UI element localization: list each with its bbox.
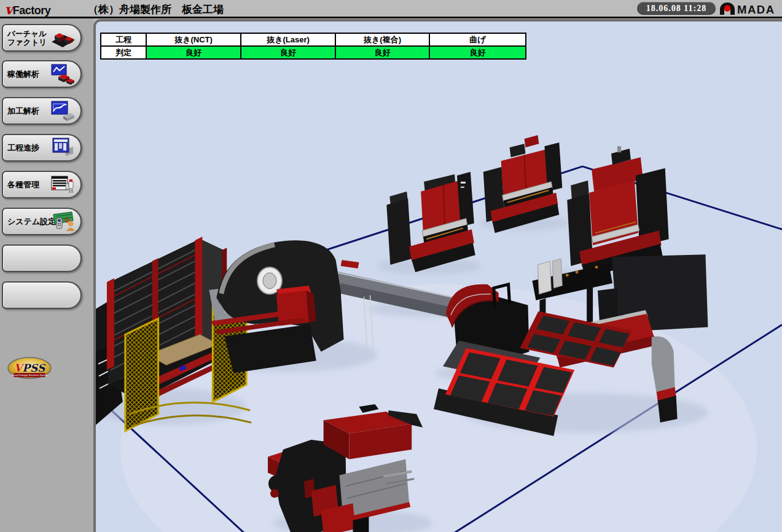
vfactory-logo-v: v [5,1,13,17]
title-bar: vFactory （株）舟場製作所 板金工場 18.06.08 11:28 MA… [0,0,782,18]
sidebar-item-label: 稼働解析 [7,69,39,79]
process-status-table: 工程 抜き(NCT) 抜き(Laser) 抜き(複合) 曲げ 判定 良好 良好 … [100,33,526,60]
vpss-pss: PSS [22,362,46,374]
vfactory-logo-text: Factory [13,4,51,17]
virtual-factory-icon [51,27,76,49]
header-cell: 工程 [101,33,146,46]
machine-press-brake-1[interactable] [386,172,475,272]
header-cell: 抜き(複合) [335,33,429,46]
status-cell-nct: 良好 [146,46,241,59]
system-settings-icon [51,211,76,233]
page-title: （株）舟場製作所 板金工場 [88,2,224,17]
status-cell-laser: 良好 [241,46,335,59]
status-cell-combo: 良好 [335,46,429,59]
header-cell: 曲げ [429,33,526,46]
sidebar-item-operation-analysis[interactable]: 稼働解析 [2,60,82,88]
operation-analysis-icon [51,63,76,85]
header-cell: 抜き(Laser) [241,33,335,46]
sidebar: バーチャル ファクトリ 稼働解析 [0,18,93,532]
vfactory-logo: vFactory [5,1,50,17]
amada-red-dot [724,5,730,11]
vfactory-window: vFactory （株）舟場製作所 板金工場 18.06.08 11:28 MA… [0,0,782,532]
status-cell-bend: 良好 [429,46,526,59]
sidebar-item-management[interactable]: 各種管理 [2,171,82,198]
sidebar-item-label: 加工解析 [7,106,39,115]
sidebar-item-virtual-factory[interactable]: バーチャル ファクトリ [2,24,82,52]
row-label-cell: 判定 [101,46,146,59]
vpss-logo: VPSS Virtual Prototype Simulation System [7,356,52,381]
sidebar-item-system-settings[interactable]: システム設定 [2,208,82,235]
sidebar-item-label: バーチャル ファクトリ [7,29,47,47]
sidebar-item-processing-analysis[interactable]: 加工解析 [2,97,82,125]
table-row-header: 工程 抜き(NCT) 抜き(Laser) 抜き(複合) 曲げ [101,33,526,46]
processing-analysis-icon [51,100,76,122]
table-row-judgement: 判定 良好 良好 良好 良好 [101,46,526,59]
amada-logo: MADA [719,1,781,16]
sidebar-item-label: システム設定 [7,217,56,226]
factory-3d-viewport[interactable]: 工程 抜き(NCT) 抜き(Laser) 抜き(複合) 曲げ 判定 良好 良好 … [93,19,782,532]
process-progress-icon [51,137,76,159]
sidebar-item-label: 工程進捗 [7,143,39,152]
vpss-subtext: Virtual Prototype Simulation System [12,374,47,377]
sidebar-item-empty-1 [2,244,82,272]
svg-text:VPSS: VPSS [14,362,46,374]
datetime-display: 18.06.08 11:28 [637,2,716,15]
amada-text: MADA [737,3,775,16]
sidebar-item-process-progress[interactable]: 工程進捗 [2,134,82,162]
factory-floor-scene[interactable] [96,22,782,532]
sidebar-item-label: 各種管理 [7,180,39,189]
header-cell: 抜き(NCT) [146,33,241,46]
sidebar-item-empty-2 [2,281,82,309]
management-icon [51,174,76,196]
